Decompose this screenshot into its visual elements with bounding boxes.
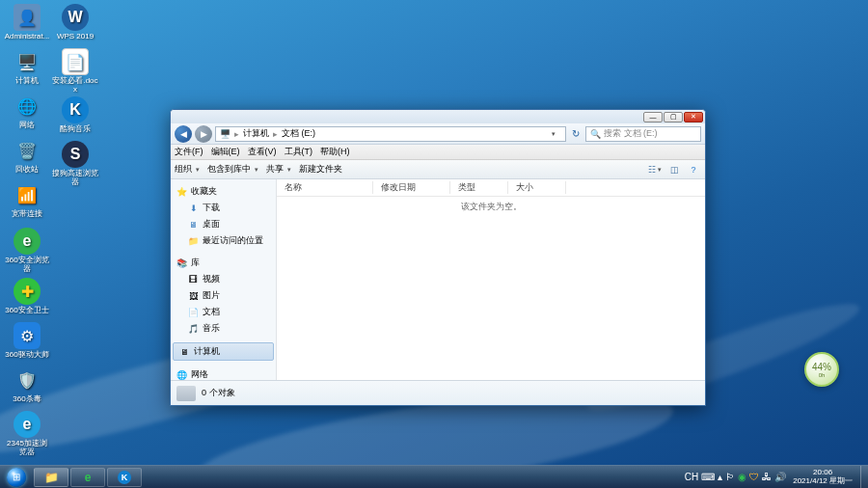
tray-clock[interactable]: 20:06 2021/4/12 星期一 <box>789 469 856 486</box>
menu-view[interactable]: 查看(V) <box>248 146 277 158</box>
status-text: 0 个对象 <box>202 387 235 399</box>
sb-video[interactable]: 🎞视频 <box>171 271 276 287</box>
tb-share[interactable]: 共享 <box>266 163 291 176</box>
menu-tools[interactable]: 工具(T) <box>285 146 313 158</box>
desktop-icon: 🖥 <box>188 219 199 230</box>
menubar: 文件(F) 编辑(E) 查看(V) 工具(T) 帮助(H) <box>171 145 705 160</box>
sb-desktop[interactable]: 🖥桌面 <box>171 216 276 232</box>
breadcrumb[interactable]: 🖥️ ▸ 计算机 ▸ 文档 (E:) ▾ <box>215 126 566 142</box>
sb-music[interactable]: 🎵音乐 <box>171 320 276 337</box>
col-name[interactable]: 名称 <box>277 181 373 194</box>
di-360av[interactable]: 🛡️360杀毒 <box>4 366 50 404</box>
bc-drive[interactable]: 文档 (E:) <box>282 127 315 140</box>
tray-lang[interactable]: CH <box>685 472 698 482</box>
breadcrumb-dropdown[interactable]: ▾ <box>552 130 561 138</box>
navbar: ◀ ▶ 🖥️ ▸ 计算机 ▸ 文档 (E:) ▾ ↻ 🔍 搜索 文档 (E:) <box>171 123 705 145</box>
minimize-button[interactable]: — <box>643 112 663 122</box>
menu-edit[interactable]: 编辑(E) <box>211 146 240 158</box>
recent-icon: 📁 <box>188 235 199 246</box>
statusbar: 0 个对象 <box>171 380 705 405</box>
computer-icon: 🖥 <box>179 346 190 357</box>
di-360browser[interactable]: e360安全浏览器 <box>4 228 50 274</box>
sb-recent[interactable]: 📁最近访问的位置 <box>171 232 276 249</box>
tb-explorer[interactable]: 📁 <box>34 468 68 487</box>
tb-kugou[interactable]: K <box>107 468 142 487</box>
tray-vol-icon[interactable]: 🔊 <box>774 472 786 482</box>
refresh-button[interactable]: ↻ <box>569 127 583 141</box>
start-button[interactable] <box>0 466 33 489</box>
battery-widget[interactable]: 44% 0h <box>804 352 839 387</box>
sb-documents[interactable]: 📄文档 <box>171 304 276 320</box>
col-size[interactable]: 大小 <box>508 181 566 194</box>
sb-computer[interactable]: 🖥计算机 <box>173 342 274 361</box>
di-wps[interactable]: WWPS 2019 <box>52 4 98 41</box>
tb-organize[interactable]: 组织 <box>175 163 200 176</box>
tb-include[interactable]: 包含到库中 <box>207 163 258 176</box>
picture-icon: 🖼 <box>188 290 199 301</box>
library-icon: 📚 <box>176 258 187 268</box>
col-date[interactable]: 修改日期 <box>373 181 450 194</box>
di-docx[interactable]: 📄安装必看.docx <box>52 48 98 95</box>
tray-up-icon[interactable]: ▴ <box>718 472 722 482</box>
document-icon: 📄 <box>188 307 199 317</box>
preview-pane-button[interactable]: ◫ <box>666 163 682 176</box>
tray-net-icon[interactable]: 🖧 <box>762 472 772 482</box>
di-recycle[interactable]: 🗑️回收站 <box>4 137 50 175</box>
bc-computer[interactable]: 计算机 <box>243 127 269 140</box>
taskbar: 📁 e K CH ⌨ ▴ 🏳 ◉ 🛡 🖧 🔊 20:06 2021/4/12 星… <box>0 465 868 488</box>
empty-message: 该文件夹为空。 <box>277 201 705 213</box>
help-button[interactable]: ? <box>686 163 701 176</box>
battery-sub: 0h <box>819 372 826 378</box>
view-mode-button[interactable]: ☷ <box>647 163 663 176</box>
back-button[interactable]: ◀ <box>175 125 192 143</box>
forward-button[interactable]: ▶ <box>195 125 212 143</box>
battery-pct: 44% <box>812 362 831 372</box>
sb-libraries[interactable]: 📚库 <box>171 255 276 271</box>
tray-ime-icon[interactable]: ⌨ <box>701 472 715 482</box>
tray-360-icon[interactable]: ◉ <box>738 472 746 482</box>
column-headers: 名称 修改日期 类型 大小 <box>277 179 705 197</box>
maximize-button[interactable]: ▢ <box>664 112 683 122</box>
bc-icon: 🖥️ <box>220 129 231 139</box>
tb-newfolder[interactable]: 新建文件夹 <box>299 163 342 176</box>
di-admin[interactable]: 👤Administrat... <box>4 4 50 41</box>
close-button[interactable]: ✕ <box>684 112 703 122</box>
download-icon: ⬇ <box>188 203 199 213</box>
video-icon: 🎞 <box>188 274 199 285</box>
bc-sep: ▸ <box>234 129 239 139</box>
toolbar: 组织 包含到库中 共享 新建文件夹 ☷ ◫ ? <box>171 160 705 179</box>
windows-orb-icon <box>7 468 26 487</box>
show-desktop-button[interactable] <box>860 466 868 489</box>
search-icon: 🔍 <box>590 129 601 139</box>
di-computer[interactable]: 🖥️计算机 <box>4 48 50 86</box>
tray-action-icon[interactable]: 🏳 <box>725 472 735 482</box>
di-sogou[interactable]: S搜狗高速浏览器 <box>52 141 98 187</box>
sb-favorites[interactable]: ⭐收藏夹 <box>171 183 276 200</box>
star-icon: ⭐ <box>176 186 187 197</box>
tb-360browser[interactable]: e <box>70 468 105 487</box>
di-360driver[interactable]: ⚙360驱动大师 <box>4 322 50 360</box>
sidebar: ⭐收藏夹 ⬇下载 🖥桌面 📁最近访问的位置 📚库 🎞视频 🖼图片 📄文档 🎵音乐… <box>171 179 277 380</box>
di-kugou[interactable]: K酷狗音乐 <box>52 96 98 134</box>
network-icon: 🌐 <box>176 369 187 380</box>
sb-pictures[interactable]: 🖼图片 <box>171 287 276 304</box>
explorer-window: — ▢ ✕ ◀ ▶ 🖥️ ▸ 计算机 ▸ 文档 (E:) ▾ ↻ 🔍 搜索 文档… <box>170 109 706 406</box>
system-tray: CH ⌨ ▴ 🏳 ◉ 🛡 🖧 🔊 20:06 2021/4/12 星期一 <box>681 466 860 488</box>
menu-help[interactable]: 帮助(H) <box>320 146 350 158</box>
menu-file[interactable]: 文件(F) <box>175 146 203 158</box>
content-area[interactable]: 名称 修改日期 类型 大小 该文件夹为空。 <box>277 179 705 380</box>
sb-network[interactable]: 🌐网络 <box>171 366 276 380</box>
search-input[interactable]: 🔍 搜索 文档 (E:) <box>585 126 701 142</box>
di-network[interactable]: 🌐网络 <box>4 93 50 130</box>
sb-downloads[interactable]: ⬇下载 <box>171 200 276 216</box>
di-broadband[interactable]: 📶宽带连接 <box>4 181 50 219</box>
di-2345[interactable]: e2345加速浏览器 <box>4 411 50 457</box>
di-360safe[interactable]: ✚360安全卫士 <box>4 278 50 315</box>
col-type[interactable]: 类型 <box>450 181 508 194</box>
tray-shield-icon[interactable]: 🛡 <box>749 472 759 482</box>
drive-icon <box>176 386 196 401</box>
titlebar[interactable]: — ▢ ✕ <box>171 110 705 123</box>
music-icon: 🎵 <box>188 323 199 334</box>
